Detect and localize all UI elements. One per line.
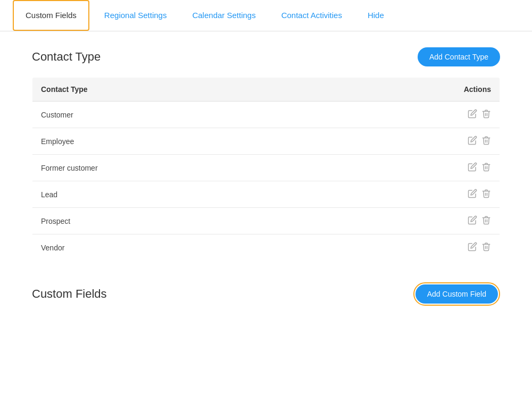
tab-bar: Custom Fields Regional Settings Calendar… <box>0 0 532 31</box>
edit-icon[interactable] <box>468 189 477 200</box>
table-header-row: Contact Type Actions <box>32 78 500 102</box>
actions-cell <box>447 155 500 181</box>
table-row: Vendor <box>32 234 500 261</box>
contact-type-name: Vendor <box>32 234 447 261</box>
actions-cell <box>447 102 500 128</box>
delete-icon[interactable] <box>481 109 491 120</box>
edit-icon[interactable] <box>468 242 477 253</box>
contact-type-name: Lead <box>32 181 447 208</box>
contact-type-name: Former customer <box>32 155 447 181</box>
content-area: Contact Type Add Contact Type Contact Ty… <box>0 31 532 403</box>
edit-icon[interactable] <box>468 109 477 120</box>
contact-type-title: Contact Type <box>32 50 101 64</box>
table-row: Former customer <box>32 155 500 181</box>
add-contact-type-button[interactable]: Add Contact Type <box>418 47 500 66</box>
contact-type-header: Contact Type Add Contact Type <box>32 47 500 66</box>
actions-cell <box>447 234 500 261</box>
tab-regional-settings[interactable]: Regional Settings <box>92 0 180 31</box>
col-header-contact-type: Contact Type <box>32 78 447 102</box>
custom-fields-title: Custom Fields <box>32 287 107 301</box>
add-custom-field-button[interactable]: Add Custom Field <box>415 284 498 304</box>
delete-icon[interactable] <box>481 215 491 226</box>
contact-type-name: Customer <box>32 102 447 128</box>
table-row: Lead <box>32 181 500 208</box>
delete-icon[interactable] <box>481 242 491 253</box>
delete-icon[interactable] <box>481 189 491 200</box>
tab-custom-fields[interactable]: Custom Fields <box>13 0 89 31</box>
tab-hide[interactable]: Hide <box>355 0 397 31</box>
delete-icon[interactable] <box>481 136 491 147</box>
delete-icon[interactable] <box>481 162 491 173</box>
add-custom-field-btn-wrapper: Add Custom Field <box>413 282 500 306</box>
contact-type-section: Contact Type Add Contact Type Contact Ty… <box>32 47 500 261</box>
actions-cell <box>447 181 500 208</box>
page-container: Custom Fields Regional Settings Calendar… <box>0 0 532 403</box>
col-header-actions: Actions <box>447 78 500 102</box>
actions-cell <box>447 128 500 155</box>
table-row: Customer <box>32 102 500 128</box>
custom-fields-header: Custom Fields Add Custom Field <box>32 282 500 306</box>
edit-icon[interactable] <box>468 136 477 147</box>
tab-calendar-settings[interactable]: Calendar Settings <box>179 0 268 31</box>
tab-contact-activities[interactable]: Contact Activities <box>269 0 355 31</box>
contact-type-name: Employee <box>32 128 447 155</box>
contact-type-name: Prospect <box>32 208 447 234</box>
actions-cell <box>447 208 500 234</box>
contact-type-table: Contact Type Actions CustomerEmployeeFor… <box>32 77 500 261</box>
edit-icon[interactable] <box>468 162 477 173</box>
edit-icon[interactable] <box>468 215 477 226</box>
table-row: Employee <box>32 128 500 155</box>
custom-fields-section: Custom Fields Add Custom Field <box>32 282 500 306</box>
table-row: Prospect <box>32 208 500 234</box>
